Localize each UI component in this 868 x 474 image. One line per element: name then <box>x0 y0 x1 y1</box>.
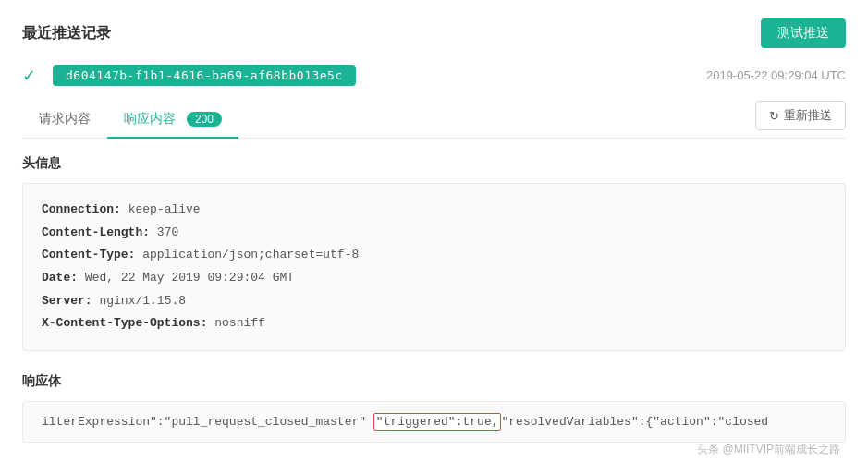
status-badge: 200 <box>187 112 222 127</box>
header-line-content-length: Content-Length: 370 <box>42 222 826 245</box>
response-body-section: 响应体 ilterExpression":"pull_request_close… <box>22 373 846 443</box>
record-left: ✓ d604147b-f1b1-4616-ba69-af68bb013e5c <box>22 65 356 86</box>
record-row: ✓ d604147b-f1b1-4616-ba69-af68bb013e5c 2… <box>22 65 846 86</box>
page-title: 最近推送记录 <box>22 24 111 43</box>
tab-response[interactable]: 响应内容 200 <box>107 102 238 139</box>
body-after-highlight: "resolvedVariables":{"action":"closed <box>501 415 768 429</box>
header-line-content-type: Content-Type: application/json;charset=u… <box>42 244 826 267</box>
headers-section-title: 头信息 <box>22 155 846 172</box>
tabs-left: 请求内容 响应内容 200 <box>22 102 238 138</box>
headers-box: Connection: keep-alive Content-Length: 3… <box>22 183 846 351</box>
test-push-button[interactable]: 测试推送 <box>761 18 846 48</box>
header-line-date: Date: Wed, 22 May 2019 09:29:04 GMT <box>42 267 826 290</box>
tabs-row: 请求内容 响应内容 200 ↻ 重新推送 <box>22 101 846 139</box>
header-line-connection: Connection: keep-alive <box>42 199 826 222</box>
page-header: 最近推送记录 测试推送 <box>22 18 846 48</box>
watermark: 头条 @MIITVIP前端成长之路 <box>697 442 840 457</box>
timestamp: 2019-05-22 09:29:04 UTC <box>706 68 846 82</box>
retry-icon: ↻ <box>769 109 779 123</box>
header-line-xcto: X-Content-Type-Options: nosniff <box>42 312 826 335</box>
tab-request[interactable]: 请求内容 <box>22 102 107 139</box>
body-section-title: 响应体 <box>22 373 846 390</box>
commit-hash: d604147b-f1b1-4616-ba69-af68bb013e5c <box>53 65 356 86</box>
retry-button[interactable]: ↻ 重新推送 <box>755 101 846 130</box>
body-before-highlight: ilterExpression":"pull_request_closed_ma… <box>42 415 373 429</box>
body-box: ilterExpression":"pull_request_closed_ma… <box>22 401 846 443</box>
header-line-server: Server: nginx/1.15.8 <box>42 290 826 313</box>
body-highlight: "triggered":true, <box>373 413 502 431</box>
check-icon: ✓ <box>22 66 36 86</box>
